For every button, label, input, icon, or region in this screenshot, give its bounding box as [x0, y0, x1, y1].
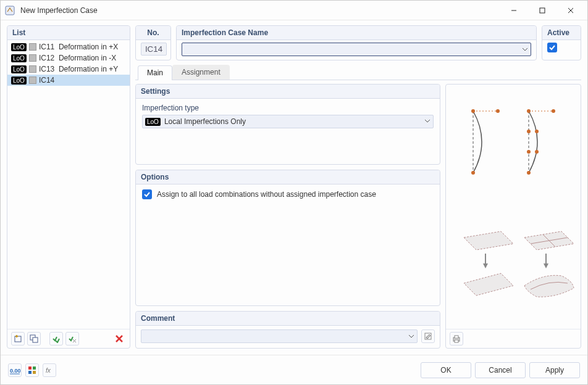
comment-section: Comment	[135, 311, 440, 349]
number-input[interactable]	[141, 43, 167, 56]
list-item[interactable]: LoO IC14	[7, 75, 130, 86]
svg-point-20	[496, 109, 500, 113]
svg-rect-14	[425, 333, 431, 339]
dialog-window: New Imperfection Case List LoO IC11 Defo…	[0, 0, 588, 385]
type-select[interactable]: LoO Local Imperfections Only	[142, 115, 434, 128]
active-checkbox[interactable]	[547, 43, 557, 52]
list-item-color-swatch	[29, 65, 36, 73]
svg-marker-30	[464, 231, 513, 250]
svg-point-23	[527, 109, 531, 113]
svg-line-13	[116, 336, 122, 342]
svg-line-12	[116, 336, 122, 342]
svg-rect-40	[455, 336, 458, 338]
name-input[interactable]	[182, 45, 519, 54]
list-item-color-swatch	[29, 43, 36, 51]
list-item-color-swatch	[29, 54, 36, 62]
type-value: Local Imperfections Only	[164, 117, 246, 126]
svg-rect-39	[453, 337, 460, 341]
list-item-name: Deformation in -X	[59, 54, 126, 62]
svg-point-29	[535, 150, 539, 154]
copy-case-button[interactable]	[27, 332, 41, 346]
delete-case-button[interactable]	[112, 332, 126, 346]
assign-all-checkbox[interactable]	[142, 189, 152, 199]
active-label: Active	[542, 26, 581, 40]
deselect-all-button[interactable]	[65, 332, 79, 346]
list-item-id: IC13	[39, 65, 56, 73]
list-item-id: IC14	[39, 76, 56, 85]
list-item-name: Deformation in +Y	[59, 65, 126, 73]
svg-rect-47	[33, 371, 36, 374]
minimize-button[interactable]	[500, 1, 528, 20]
number-label: No.	[136, 26, 170, 40]
svg-point-24	[527, 130, 531, 133]
type-badge: LoO	[145, 118, 161, 126]
tab-strip: Main Assignment	[135, 64, 581, 80]
svg-point-26	[527, 171, 531, 175]
settings-header: Settings	[136, 85, 440, 99]
svg-marker-34	[524, 231, 574, 250]
select-all-button[interactable]	[49, 332, 63, 346]
svg-point-15	[426, 337, 428, 339]
color-legend-button[interactable]	[25, 363, 39, 377]
maximize-button[interactable]	[528, 1, 556, 20]
svg-rect-5	[15, 336, 21, 342]
svg-marker-33	[464, 273, 513, 296]
preview-print-button[interactable]	[450, 332, 463, 346]
svg-line-10	[73, 339, 76, 342]
assign-all-label: Assign to all load combinations without …	[157, 190, 376, 199]
name-panel: Imperfection Case Name	[176, 25, 537, 60]
comment-combobox[interactable]	[141, 329, 418, 343]
preview-toolbar	[446, 329, 581, 348]
list-toolbar	[7, 329, 130, 348]
svg-point-18	[471, 109, 475, 113]
new-case-button[interactable]	[11, 332, 25, 346]
cancel-button[interactable]: Cancel	[475, 362, 526, 378]
list-item[interactable]: LoO IC13 Deformation in +Y	[7, 64, 130, 75]
active-panel: Active	[542, 25, 581, 60]
svg-rect-41	[455, 340, 458, 342]
comment-edit-button[interactable]	[421, 329, 435, 343]
list-item-badge: LoO	[11, 77, 27, 85]
list-item-id: IC11	[39, 43, 56, 51]
comment-input[interactable]	[141, 332, 406, 341]
chevron-down-icon	[424, 117, 430, 126]
tab-content: Settings Imperfection type LoO Local Imp…	[135, 84, 581, 349]
title-bar: New Imperfection Case	[1, 1, 587, 20]
list-panel: List LoO IC11 Deformation in +X LoO IC12…	[7, 25, 130, 349]
dialog-bottom-bar: 0.00 fx OK Cancel Apply	[1, 355, 587, 384]
list-item-color-swatch	[29, 77, 36, 84]
svg-marker-32	[483, 263, 488, 268]
list-item[interactable]: LoO IC12 Deformation in -X	[7, 52, 130, 64]
list-item-badge: LoO	[11, 65, 27, 73]
name-combobox[interactable]	[182, 43, 531, 56]
apply-button[interactable]: Apply	[529, 362, 580, 378]
list-item-id: IC12	[39, 54, 56, 62]
number-panel: No.	[135, 25, 171, 60]
svg-line-35	[531, 238, 568, 244]
list-item[interactable]: LoO IC11 Deformation in +X	[7, 41, 130, 52]
svg-rect-46	[28, 371, 32, 374]
svg-point-25	[527, 150, 531, 154]
case-list[interactable]: LoO IC11 Deformation in +X LoO IC12 Defo…	[7, 40, 130, 329]
name-label: Imperfection Case Name	[177, 26, 536, 40]
fx-button[interactable]: fx	[43, 363, 56, 377]
svg-rect-2	[540, 8, 545, 13]
chevron-down-icon	[519, 46, 531, 52]
svg-line-36	[543, 234, 555, 247]
list-header: List	[7, 26, 130, 40]
svg-rect-0	[6, 6, 14, 15]
svg-text:0.00: 0.00	[10, 368, 20, 374]
svg-point-27	[552, 109, 555, 113]
svg-line-3	[568, 8, 573, 13]
tab-main[interactable]: Main	[138, 65, 172, 80]
list-item-badge: LoO	[11, 43, 27, 51]
close-button[interactable]	[556, 1, 585, 20]
tab-assignment[interactable]: Assignment	[172, 65, 230, 80]
svg-text:fx: fx	[46, 367, 51, 374]
svg-rect-45	[33, 366, 36, 370]
options-section: Options Assign to all load combinations …	[135, 170, 440, 306]
ok-button[interactable]: OK	[421, 362, 471, 378]
svg-rect-44	[28, 366, 32, 370]
units-button[interactable]: 0.00	[8, 363, 22, 377]
svg-point-19	[471, 171, 475, 175]
